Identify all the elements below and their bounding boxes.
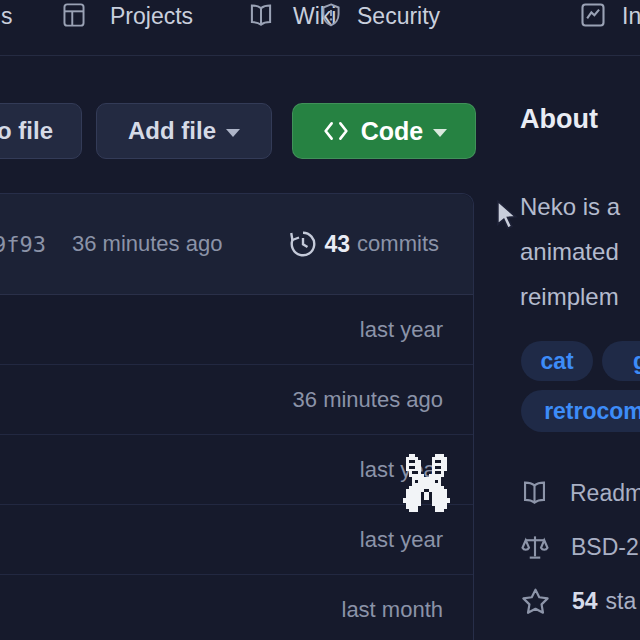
description-line: animated	[520, 229, 620, 274]
topic-tag-retrocomputing[interactable]: retrocomp	[521, 390, 640, 432]
stars-link[interactable]: 54 sta	[520, 586, 636, 616]
readme-link[interactable]: Readm	[520, 478, 640, 508]
readme-book-icon	[520, 480, 549, 506]
file-updated-time[interactable]: last year	[360, 527, 443, 553]
star-count: 54	[572, 588, 598, 615]
law-scales-icon	[520, 532, 550, 562]
file-row[interactable]: last year	[0, 505, 473, 575]
readme-label: Readm	[570, 480, 640, 507]
wiki-book-icon	[247, 3, 275, 28]
code-button[interactable]: Code	[292, 103, 476, 159]
stars-label: sta	[606, 588, 637, 615]
repo-tab-bar: s Projects Wiki Security In	[0, 0, 640, 56]
chevron-down-icon	[433, 129, 447, 137]
mouse-cursor	[496, 200, 518, 230]
nav-item-insights[interactable]: In	[622, 3, 640, 30]
file-updated-time[interactable]: last month	[342, 597, 444, 623]
file-row[interactable]: 36 minutes ago	[0, 365, 473, 435]
add-file-button[interactable]: Add file	[96, 103, 272, 159]
go-to-file-label: o file	[0, 117, 53, 145]
repo-description: Neko is a animated reimplem	[520, 184, 620, 319]
history-clock-icon	[288, 229, 318, 259]
description-line: reimplem	[520, 274, 620, 319]
projects-icon	[60, 2, 88, 28]
commit-hash[interactable]: 9f93	[0, 232, 46, 257]
star-icon	[520, 586, 551, 617]
security-shield-icon	[318, 2, 344, 29]
about-heading: About	[520, 104, 598, 135]
chevron-down-icon	[226, 129, 240, 137]
nav-item-security[interactable]: Security	[357, 3, 440, 30]
nav-item-projects[interactable]: Projects	[110, 3, 193, 30]
commit-count: 43	[325, 231, 351, 258]
go-to-file-button[interactable]: o file	[0, 103, 82, 159]
insights-graph-icon	[578, 1, 608, 29]
code-brackets-icon	[321, 119, 351, 143]
latest-commit-time[interactable]: 36 minutes ago	[72, 231, 222, 257]
code-label: Code	[361, 117, 424, 146]
license-label: BSD-2	[571, 534, 639, 561]
topic-tag-cat[interactable]: cat	[521, 341, 593, 381]
file-table: 9f93 36 minutes ago 43 commits last year…	[0, 193, 474, 640]
nav-item-clipped[interactable]: s	[1, 3, 13, 30]
file-row[interactable]: last year	[0, 295, 473, 365]
commits-label: commits	[357, 231, 439, 257]
commit-history-link[interactable]: 43 commits	[288, 229, 439, 259]
file-updated-time[interactable]: 36 minutes ago	[293, 387, 443, 413]
file-row[interactable]: last month	[0, 575, 473, 640]
topic-tag-go[interactable]: go	[602, 341, 640, 381]
latest-commit-bar[interactable]: 9f93 36 minutes ago 43 commits	[0, 194, 473, 295]
license-link[interactable]: BSD-2	[520, 532, 639, 562]
file-updated-time[interactable]: last year	[360, 317, 443, 343]
add-file-label: Add file	[128, 117, 216, 145]
neko-cat-sprite	[403, 454, 450, 512]
description-line: Neko is a	[520, 184, 620, 229]
